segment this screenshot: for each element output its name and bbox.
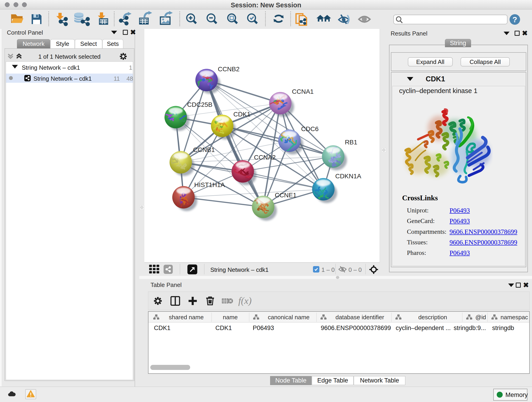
svg-text:HIST1H1A: HIST1H1A	[194, 181, 225, 188]
svg-text:RB1: RB1	[345, 139, 357, 146]
svg-text:CCNB1: CCNB1	[193, 146, 215, 153]
svg-text:CDK1: CDK1	[234, 111, 251, 118]
svg-text:CDKN1A: CDKN1A	[335, 172, 361, 180]
svg-text:CDC6: CDC6	[301, 125, 318, 133]
svg-text:CCNA1: CCNA1	[292, 88, 314, 95]
svg-text:CCNB2: CCNB2	[218, 65, 240, 73]
svg-text:CDC25B: CDC25B	[187, 101, 212, 108]
svg-text:CCNA2: CCNA2	[254, 154, 276, 161]
svg-text:CCNE1: CCNE1	[275, 191, 297, 199]
